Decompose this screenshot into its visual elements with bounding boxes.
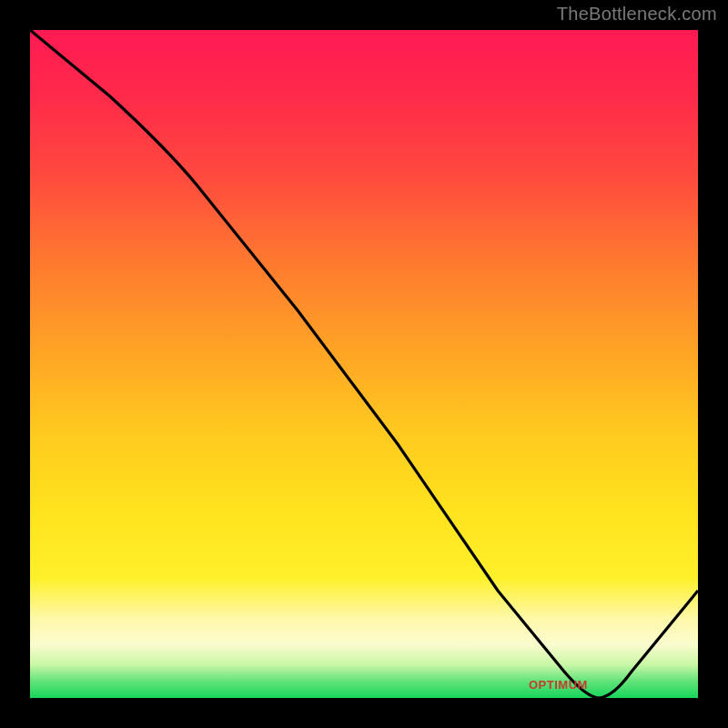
source-attribution: TheBottleneck.com (557, 4, 717, 25)
bottleneck-curve (30, 30, 698, 698)
optimum-label: OPTIMUM (529, 678, 588, 692)
curve-path (30, 30, 698, 698)
chart-frame: TheBottleneck.com OPTIMUM (0, 0, 728, 728)
plot-area: OPTIMUM (30, 30, 698, 698)
